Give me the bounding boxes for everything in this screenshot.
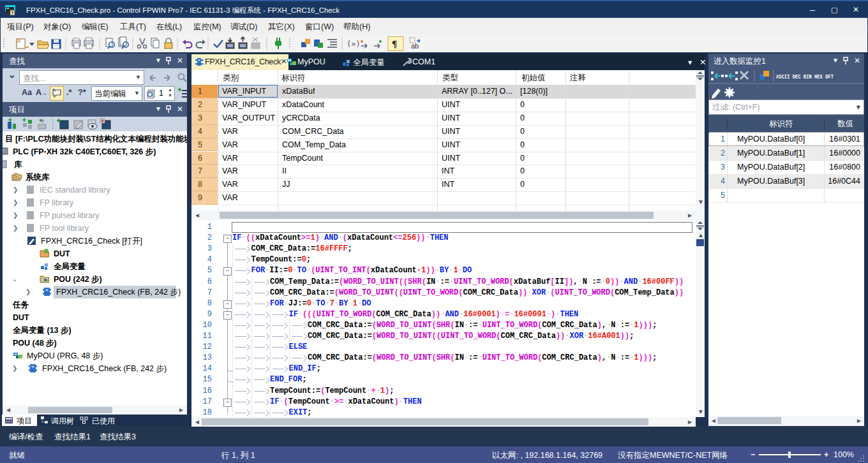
svg-text:ASCII DEC BIN HEX DFT: ASCII DEC BIN HEX DFT xyxy=(776,73,834,80)
svg-text:¶: ¶ xyxy=(392,39,397,49)
svg-text:(»): (») xyxy=(347,40,361,48)
svg-text:7: 7 xyxy=(11,11,14,15)
svg-text:ab: ab xyxy=(411,42,419,50)
